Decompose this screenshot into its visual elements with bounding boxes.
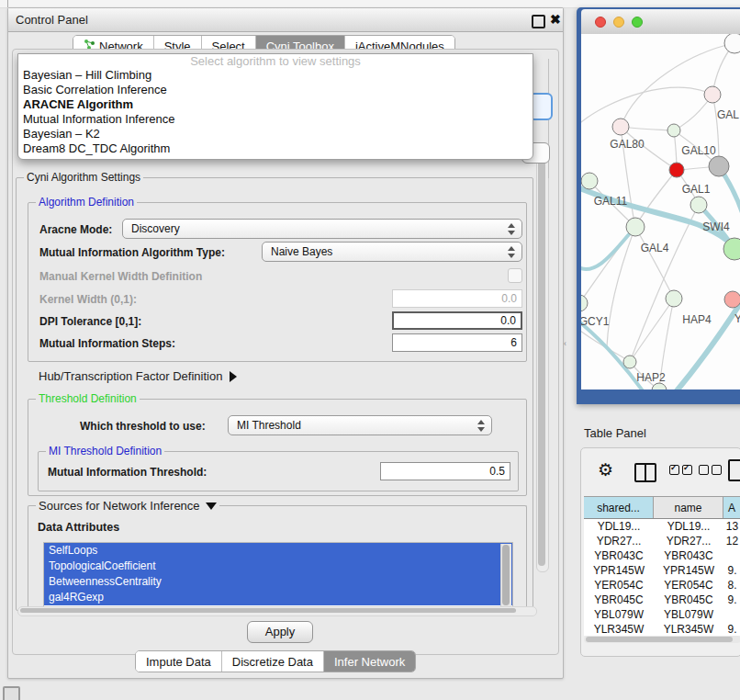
table-row[interactable]: YPR145WYPR145W9. <box>584 563 740 578</box>
network-node[interactable] <box>667 124 680 137</box>
tab-impute-data[interactable]: Impute Data <box>136 651 222 672</box>
table-row[interactable]: YDL19...YDL19...13 <box>584 519 740 534</box>
zoom-window-icon[interactable] <box>632 17 643 28</box>
network-window: GALGAL80GAL10GAL1GAL11GAL4SWI4HAP4YGCY1H… <box>577 7 740 404</box>
collapsed-panel-icon[interactable] <box>3 686 20 700</box>
mi-type-combo[interactable]: Naive Bayes <box>262 242 522 262</box>
algorithm-popup-placeholder: Select algorithm to view settings <box>18 54 533 68</box>
column-header-name[interactable]: name <box>654 497 723 518</box>
mi-threshold-input[interactable] <box>380 462 510 480</box>
deselect-all-columns-icon[interactable] <box>699 465 722 475</box>
which-threshold-combo[interactable]: MI Threshold <box>228 415 492 435</box>
data-attribute-item[interactable]: SelfLoops <box>44 543 512 559</box>
network-window-titlebar <box>581 9 740 35</box>
network-node[interactable] <box>709 156 729 176</box>
network-node[interactable] <box>690 197 707 213</box>
table-row[interactable]: YLR345WYLR345W9. <box>584 622 740 636</box>
network-node[interactable] <box>612 119 629 135</box>
algorithm-option[interactable]: Dream8 DC_TDC Algorithm <box>18 141 533 156</box>
network-node-label: GAL1 <box>682 183 711 196</box>
network-node[interactable] <box>581 295 588 311</box>
network-node-label: GAL10 <box>681 144 716 157</box>
manual-kernel-checkbox[interactable] <box>508 268 522 283</box>
network-node-label: GAL4 <box>641 242 669 254</box>
table-toolbar: ⚙ <box>581 448 740 494</box>
algorithm-popup: Select algorithm to view settings Bayesi… <box>17 53 533 160</box>
which-threshold-label: Which threshold to use: <box>80 420 206 433</box>
tab-infer-network[interactable]: Infer Network <box>324 651 415 672</box>
mi-threshold-group-title: MI Threshold Definition <box>46 445 164 457</box>
table-cell: YDL19... <box>584 519 654 534</box>
stepper-icon <box>474 420 488 432</box>
apply-button[interactable]: Apply <box>247 621 313 643</box>
dpi-tolerance-input[interactable] <box>392 311 522 330</box>
gear-icon[interactable]: ⚙ <box>598 459 613 480</box>
mi-steps-input[interactable] <box>392 333 522 352</box>
table-row[interactable]: YBL079WYBL079W <box>584 607 740 622</box>
float-panel-icon[interactable] <box>532 15 545 28</box>
table-cell: YDR27... <box>654 534 723 548</box>
data-attribute-item[interactable]: BetweennessCentrality <box>44 574 512 590</box>
table-row[interactable]: YBR045CYBR045C9. <box>584 593 740 607</box>
settings-horizontal-scrollbar[interactable] <box>17 606 537 616</box>
node-table: shared...nameA YDL19...YDL19...13YDR27..… <box>584 496 740 636</box>
network-node[interactable] <box>581 173 598 189</box>
data-attribute-item[interactable]: gal4RGexp <box>44 590 512 605</box>
network-node[interactable] <box>704 86 721 103</box>
collapsed-arrow-icon <box>230 371 237 382</box>
table-cell: YDL19... <box>654 519 723 534</box>
control-panel-titlebar: Control Panel ✖ <box>8 8 563 32</box>
minimize-window-icon[interactable] <box>613 17 624 28</box>
network-node[interactable] <box>669 163 684 177</box>
close-panel-icon[interactable]: ✖ <box>550 12 561 27</box>
splitter-handle[interactable]: ‹ <box>564 339 566 348</box>
table-row[interactable]: YDR27...YDR27...12 <box>584 534 740 548</box>
algorithm-option[interactable]: Basic Correlation Inference <box>18 83 533 97</box>
hub-definition-toggle[interactable]: Hub/Transcription Factor Definition <box>39 369 237 383</box>
table-row[interactable]: YER054CYER054C8. <box>584 578 740 593</box>
table-cell: YBL079W <box>654 607 723 622</box>
new-column-icon[interactable] <box>728 459 740 481</box>
mi-threshold-label: Mutual Information Threshold: <box>48 466 207 479</box>
table-cell: YLR345W <box>584 622 654 636</box>
network-node[interactable] <box>666 290 682 307</box>
sources-group-title[interactable]: Sources for Network Inference <box>36 499 219 513</box>
expanded-arrow-icon <box>206 502 217 510</box>
table-row[interactable]: YBR043CYBR043C <box>584 548 740 563</box>
settings-vertical-scrollbar[interactable] <box>536 145 549 572</box>
mi-type-label: Mutual Information Algorithm Type: <box>39 246 225 259</box>
algorithm-option[interactable]: Bayesian – K2 <box>18 127 533 141</box>
attributes-scrollbar[interactable] <box>500 544 511 609</box>
network-node[interactable] <box>652 383 667 390</box>
table-cell: YBL079W <box>584 607 654 622</box>
algorithm-option[interactable]: ARACNE Algorithm <box>18 97 533 112</box>
algorithm-option[interactable]: Bayesian – Hill Climbing <box>18 68 533 83</box>
network-node[interactable] <box>626 218 645 236</box>
column-header-a[interactable]: A <box>723 497 740 518</box>
network-canvas[interactable]: GALGAL80GAL10GAL1GAL11GAL4SWI4HAP4YGCY1H… <box>581 34 740 390</box>
tab-discretize-data[interactable]: Discretize Data <box>222 651 324 672</box>
dpi-tolerance-label: DPI Tolerance [0,1]: <box>39 315 141 328</box>
network-edge[interactable] <box>581 87 712 126</box>
network-node[interactable] <box>724 291 740 308</box>
control-panel-title: Control Panel <box>16 13 88 27</box>
network-node-label: GCY1 <box>581 315 610 328</box>
column-header-shared[interactable]: shared... <box>584 497 654 518</box>
data-attribute-item[interactable]: TopologicalCoefficient <box>44 559 512 574</box>
table-cell: YER054C <box>654 578 723 593</box>
kernel-width-input[interactable] <box>392 289 522 308</box>
network-node[interactable] <box>623 356 636 368</box>
network-edge[interactable] <box>635 227 674 299</box>
select-all-columns-icon[interactable] <box>669 465 692 475</box>
table-horizontal-scrollbar[interactable] <box>584 636 740 643</box>
table-cell: 8. <box>723 578 740 593</box>
close-window-icon[interactable] <box>595 17 606 28</box>
network-node[interactable] <box>724 34 740 53</box>
data-attributes-label: Data Attributes <box>38 521 119 534</box>
table-cell: 12 <box>723 534 740 548</box>
table-cell: 13 <box>723 519 740 534</box>
network-node-label: SWI4 <box>702 220 730 233</box>
algorithm-option[interactable]: Mutual Information Inference <box>18 112 533 127</box>
split-columns-icon[interactable] <box>634 463 656 482</box>
aracne-mode-combo[interactable]: Discovery <box>122 219 522 239</box>
